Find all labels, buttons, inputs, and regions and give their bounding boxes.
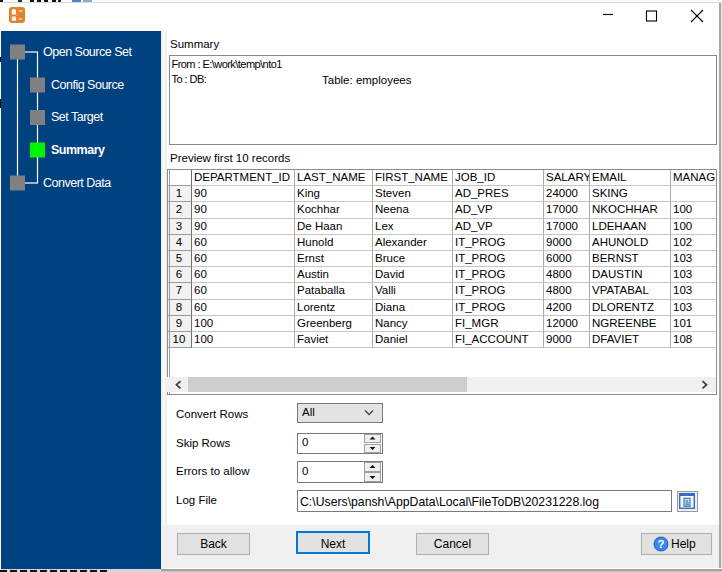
- svg-text:?: ?: [657, 538, 664, 550]
